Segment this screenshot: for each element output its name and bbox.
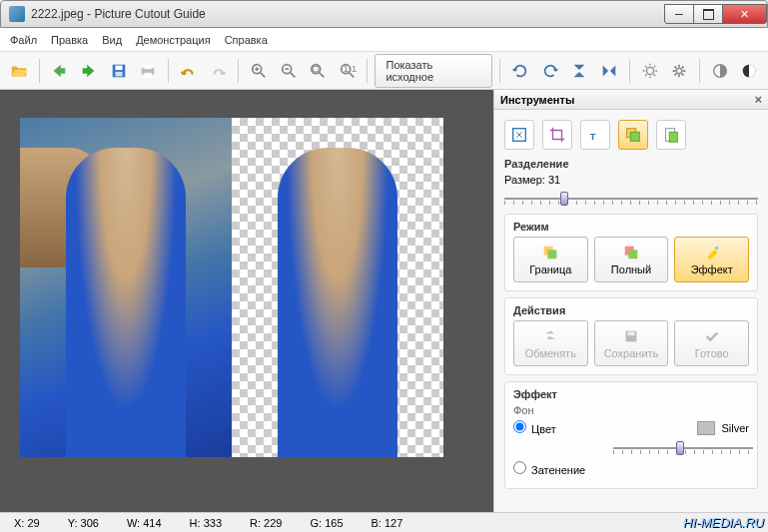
mode-effect-button[interactable]: Эффект: [674, 237, 749, 282]
bg-label: Фон: [513, 404, 749, 416]
panel-title: Инструменты: [500, 94, 574, 106]
svg-rect-23: [548, 250, 557, 259]
zoom-fit-button[interactable]: [305, 58, 331, 84]
svg-point-12: [646, 67, 653, 74]
status-x: 29: [27, 517, 39, 529]
svg-text:1:1: 1:1: [343, 62, 357, 73]
tool-cutout-icon[interactable]: [618, 120, 648, 150]
titlebar: 2222.jpeg - Picture Cutout Guide ─ ✕: [0, 0, 768, 28]
status-b: 127: [384, 517, 402, 529]
tool-crop-icon[interactable]: [542, 120, 572, 150]
menu-view[interactable]: Вид: [102, 34, 122, 46]
radio-shade[interactable]: Затенение: [513, 461, 585, 476]
brightness-button[interactable]: [637, 58, 663, 84]
settings-button[interactable]: [666, 58, 692, 84]
undo-button[interactable]: [176, 58, 202, 84]
effect-title: Эффект: [513, 388, 749, 400]
status-h: 333: [204, 517, 222, 529]
radio-color[interactable]: Цвет: [513, 420, 556, 435]
rotate-cw-button[interactable]: [537, 58, 563, 84]
tool-paste-icon[interactable]: [656, 120, 686, 150]
app-icon: [9, 6, 25, 22]
contrast-button[interactable]: [707, 58, 733, 84]
panel-close-button[interactable]: ×: [754, 92, 762, 107]
size-label: Размер:: [504, 174, 545, 186]
flip-h-button[interactable]: [596, 58, 622, 84]
effect-slider[interactable]: [613, 439, 753, 457]
close-button[interactable]: ✕: [722, 4, 767, 24]
menu-file[interactable]: Файл: [10, 34, 37, 46]
status-r: 229: [264, 517, 282, 529]
separation-title: Разделение: [504, 158, 758, 170]
done-button[interactable]: Готово: [674, 320, 749, 366]
status-y: 306: [81, 517, 99, 529]
mode-full-button[interactable]: Полный: [594, 237, 669, 282]
svg-rect-2: [115, 71, 122, 76]
save-button[interactable]: [106, 58, 132, 84]
status-g: 165: [325, 517, 343, 529]
menu-demo[interactable]: Демонстрация: [136, 34, 211, 46]
color-swatch[interactable]: [697, 421, 715, 435]
svg-rect-19: [630, 132, 639, 141]
svg-rect-21: [669, 132, 677, 142]
show-original-button[interactable]: Показать исходное: [375, 54, 492, 88]
maximize-button[interactable]: [693, 4, 723, 24]
window-title: 2222.jpeg - Picture Cutout Guide: [31, 7, 665, 21]
zoom-100-button[interactable]: 1:1: [335, 58, 361, 84]
next-button[interactable]: [76, 58, 102, 84]
mode-boundary-button[interactable]: Граница: [513, 237, 588, 282]
cutout-image: [232, 118, 443, 457]
flip-v-button[interactable]: [567, 58, 593, 84]
status-w: 414: [143, 517, 161, 529]
rotate-ccw-button[interactable]: [507, 58, 533, 84]
mode-title: Режим: [513, 221, 749, 233]
toolbar: 1:1 Показать исходное: [0, 52, 768, 90]
svg-rect-4: [145, 64, 152, 69]
statusbar: X: 29 Y: 306 W: 414 H: 333 R: 229 G: 165…: [0, 512, 768, 532]
original-image: [20, 118, 232, 457]
tools-panel: Инструменты × T Разделение Размер: 31 Ре…: [493, 90, 768, 512]
svg-rect-28: [627, 332, 634, 336]
swap-button[interactable]: Обменять: [513, 320, 588, 366]
prev-button[interactable]: [47, 58, 73, 84]
menu-edit[interactable]: Правка: [51, 34, 88, 46]
color-name: Silver: [721, 422, 749, 434]
svg-text:T: T: [590, 131, 596, 142]
svg-rect-9: [314, 66, 319, 71]
minimize-button[interactable]: ─: [664, 4, 694, 24]
save-result-button[interactable]: Сохранить: [594, 320, 669, 366]
svg-rect-25: [628, 250, 637, 259]
tool-resize-icon[interactable]: [504, 120, 534, 150]
svg-rect-1: [115, 65, 122, 70]
actions-title: Действия: [513, 304, 749, 316]
tool-text-icon[interactable]: T: [580, 120, 610, 150]
svg-point-26: [714, 247, 718, 251]
redo-button[interactable]: [206, 58, 232, 84]
size-slider[interactable]: [504, 190, 758, 208]
zoom-out-button[interactable]: [276, 58, 302, 84]
canvas-area[interactable]: [0, 90, 493, 512]
size-value: 31: [548, 174, 560, 186]
zoom-in-button[interactable]: [246, 58, 272, 84]
svg-rect-5: [145, 72, 152, 77]
menubar: Файл Правка Вид Демонстрация Справка: [0, 28, 768, 52]
print-button[interactable]: [135, 58, 161, 84]
open-button[interactable]: [6, 58, 32, 84]
svg-point-13: [676, 68, 681, 73]
invert-button[interactable]: [736, 58, 762, 84]
menu-help[interactable]: Справка: [225, 34, 268, 46]
watermark: HI-MEDIA.RU: [683, 515, 764, 530]
